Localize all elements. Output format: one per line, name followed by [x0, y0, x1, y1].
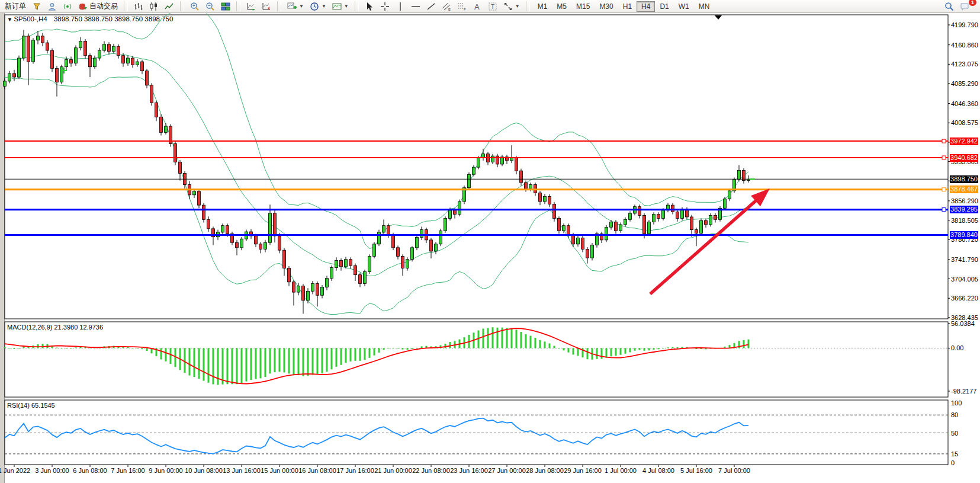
date-axis-label: 17 Jun 16:00 [336, 467, 374, 474]
candle-body [293, 282, 295, 292]
candle-body [179, 162, 182, 174]
crosshair-button[interactable] [377, 1, 393, 12]
candle-body [454, 210, 457, 215]
timeframe-group: M1M5M15M30H1H4D1W1MN [531, 0, 716, 12]
cursor-button[interactable] [362, 1, 377, 12]
text-button[interactable]: A [470, 1, 485, 12]
chart-symbol: SP500-,H4 [14, 15, 47, 23]
candle-body [638, 207, 641, 216]
chat-button[interactable]: 1 [957, 1, 973, 12]
macd-histogram-bar [170, 348, 172, 364]
macd-histogram-bar [393, 348, 394, 348]
candle-body [671, 205, 674, 212]
line-handle[interactable] [942, 156, 946, 159]
chart-shift-button[interactable] [259, 1, 274, 12]
notification-badge: 1 [969, 0, 976, 6]
macd-histogram-bar [658, 348, 660, 349]
vertical-line-button[interactable] [393, 1, 408, 12]
macd-histogram-bar [606, 348, 608, 357]
chart-canvas[interactable] [0, 13, 980, 483]
crosshair-icon [380, 2, 390, 11]
line-handle[interactable] [942, 208, 946, 212]
search-button[interactable] [942, 1, 957, 12]
indicators-button[interactable]: ▼ [284, 1, 307, 12]
zoom-in-button[interactable] [187, 1, 203, 12]
timeframe-d1-button[interactable]: D1 [655, 1, 673, 12]
tile-windows-button[interactable] [218, 1, 233, 12]
periods-button[interactable]: ▼ [307, 1, 329, 12]
candle-body [274, 213, 277, 236]
svg-text:T: T [491, 4, 494, 10]
candle-body [724, 199, 727, 209]
candle-body [89, 56, 92, 67]
chart-window[interactable]: ▼ SP500-,H4 3898.750 3898.750 3898.750 3… [0, 13, 980, 483]
macd-histogram-bar [331, 348, 333, 369]
chart-shift-marker[interactable] [715, 15, 722, 20]
channel-button[interactable]: E [439, 1, 454, 12]
macd-histogram-bar [407, 348, 409, 350]
one-click-trading-arrow[interactable]: ▼ [7, 17, 14, 23]
macd-histogram-bar [303, 348, 304, 376]
timeframe-m5-button[interactable]: M5 [552, 1, 571, 12]
candle-body [103, 44, 106, 50]
fibonacci-icon: F [457, 2, 467, 11]
line-handle[interactable] [942, 188, 946, 191]
macd-histogram-bar [127, 347, 129, 348]
date-axis-label: 21 Jun 00:00 [374, 467, 412, 474]
timeframe-w1-button[interactable]: W1 [674, 1, 694, 12]
candle-body [581, 238, 584, 249]
timeframe-h1-button[interactable]: H1 [618, 1, 637, 12]
macd-histogram-bar [184, 348, 186, 373]
candle-body [283, 250, 286, 268]
macd-histogram-bar [615, 348, 617, 356]
macd-histogram-bar [288, 348, 290, 373]
macd-histogram-bar [137, 348, 139, 348]
profile-button[interactable] [44, 1, 60, 12]
new-order-button[interactable]: 新订单 [2, 0, 29, 12]
horizontal-line-button[interactable] [408, 1, 423, 12]
trend-arrow-line[interactable] [650, 199, 758, 294]
chevron-down-icon: ▼ [344, 4, 349, 9]
macd-histogram-bar [307, 348, 309, 376]
candle-body [577, 238, 580, 244]
templates-button[interactable]: ▼ [329, 1, 352, 12]
text-label-button[interactable]: T [485, 1, 500, 12]
macd-histogram-bar [232, 348, 233, 384]
date-axis-label: 23 Jun 16:00 [450, 467, 488, 474]
line-chart-button[interactable] [162, 1, 177, 12]
macd-histogram-bar [663, 348, 664, 348]
timeframe-mn-button[interactable]: MN [694, 1, 715, 12]
candlestick-chart-button[interactable] [146, 1, 162, 12]
price-axis-label: 4199.790 [951, 21, 980, 28]
candle-body [127, 58, 130, 63]
candle-body [553, 204, 556, 218]
timeframe-m30-button[interactable]: M30 [595, 1, 618, 12]
auto-trading-button[interactable]: 自动交易 [75, 0, 121, 12]
text-label-icon: T [488, 2, 497, 11]
timeframe-h4-button[interactable]: H4 [637, 1, 655, 12]
candle-body [449, 210, 452, 219]
macd-histogram-bar [66, 348, 68, 348]
macd-histogram-bar [378, 348, 380, 353]
line-handle[interactable] [942, 139, 946, 143]
funnel-button[interactable] [29, 1, 44, 12]
candle-body [65, 60, 68, 67]
svg-text:F: F [464, 8, 466, 11]
trendline-button[interactable] [423, 1, 439, 12]
date-axis-label: 16 Jun 08:00 [298, 467, 336, 474]
fibonacci-button[interactable]: F [454, 1, 470, 12]
bar-chart-button[interactable] [131, 1, 146, 12]
arrows-button[interactable]: ▼ [500, 1, 523, 12]
zoom-out-button[interactable] [203, 1, 218, 12]
date-axis-label: 6 Jun 08:00 [73, 467, 107, 474]
macd-histogram-bar [165, 348, 167, 361]
timeframe-m1-button[interactable]: M1 [533, 1, 552, 12]
auto-scroll-button[interactable] [243, 1, 259, 12]
broadcast-button[interactable] [60, 1, 75, 12]
cursor-icon [365, 2, 374, 11]
macd-histogram-bar [132, 348, 134, 348]
macd-histogram-bar [374, 348, 375, 355]
timeframe-m15-button[interactable]: M15 [571, 1, 595, 12]
toolbar-separator [124, 1, 128, 11]
candle-body [411, 248, 414, 260]
